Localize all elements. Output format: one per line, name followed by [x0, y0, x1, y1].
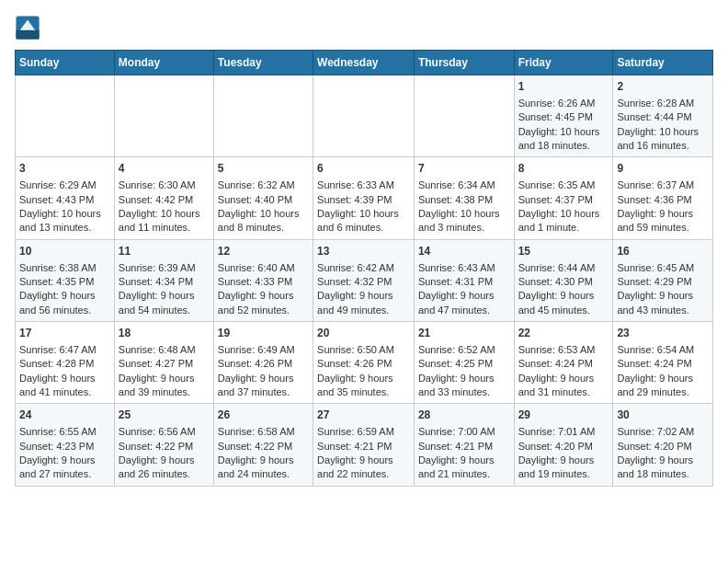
day-number: 18: [119, 326, 210, 341]
day-number: 26: [218, 408, 309, 423]
day-info: Sunrise: 6:44 AM: [518, 261, 609, 275]
day-number: 25: [119, 408, 210, 423]
day-number: 12: [218, 244, 309, 259]
day-info: Sunset: 4:27 PM: [119, 357, 210, 371]
day-number: 22: [518, 326, 609, 341]
day-info: Daylight: 9 hours and 26 minutes.: [119, 454, 210, 482]
calendar-cell: 21Sunrise: 6:52 AMSunset: 4:25 PMDayligh…: [414, 322, 514, 404]
day-number: 27: [317, 408, 410, 423]
calendar-cell: 5Sunrise: 6:32 AMSunset: 4:40 PMDaylight…: [213, 157, 313, 239]
day-number: 11: [119, 244, 210, 259]
logo: [15, 15, 44, 40]
day-info: Daylight: 9 hours and 59 minutes.: [617, 207, 709, 236]
calendar-cell: 18Sunrise: 6:48 AMSunset: 4:27 PMDayligh…: [114, 322, 213, 404]
day-info: Daylight: 9 hours and 33 minutes.: [418, 372, 510, 400]
day-header-friday: Friday: [514, 51, 613, 75]
day-number: 23: [617, 326, 709, 341]
calendar-cell: [213, 75, 313, 157]
day-info: Sunrise: 6:29 AM: [19, 178, 110, 192]
day-number: 30: [617, 408, 709, 423]
day-number: 7: [418, 161, 510, 177]
calendar-table: SundayMondayTuesdayWednesdayThursdayFrid…: [15, 50, 713, 487]
day-info: Sunset: 4:26 PM: [317, 357, 410, 371]
day-info: Sunset: 4:29 PM: [617, 275, 709, 289]
day-info: Sunrise: 7:01 AM: [518, 425, 609, 439]
day-info: Sunrise: 6:53 AM: [518, 343, 609, 357]
day-info: Daylight: 9 hours and 37 minutes.: [218, 372, 309, 400]
day-info: Sunrise: 6:37 AM: [617, 178, 709, 192]
calendar-cell: 26Sunrise: 6:58 AMSunset: 4:22 PMDayligh…: [213, 404, 313, 486]
day-info: Sunrise: 6:49 AM: [218, 343, 309, 357]
day-info: Sunrise: 6:33 AM: [317, 178, 410, 192]
day-info: Sunrise: 6:52 AM: [418, 343, 510, 357]
day-number: 3: [19, 161, 110, 177]
calendar-cell: 13Sunrise: 6:42 AMSunset: 4:32 PMDayligh…: [313, 239, 415, 321]
day-info: Daylight: 9 hours and 18 minutes.: [617, 454, 709, 482]
calendar-cell: 15Sunrise: 6:44 AMSunset: 4:30 PMDayligh…: [514, 239, 613, 321]
day-info: Daylight: 10 hours and 16 minutes.: [617, 125, 709, 154]
day-info: Sunrise: 6:28 AM: [617, 97, 709, 110]
day-info: Daylight: 9 hours and 39 minutes.: [119, 372, 210, 400]
calendar-cell: 1Sunrise: 6:26 AMSunset: 4:45 PMDaylight…: [514, 75, 613, 157]
day-info: Sunrise: 6:43 AM: [418, 261, 510, 275]
calendar-cell: 12Sunrise: 6:40 AMSunset: 4:33 PMDayligh…: [213, 239, 313, 321]
day-info: Sunset: 4:36 PM: [617, 193, 709, 207]
day-info: Daylight: 9 hours and 27 minutes.: [19, 454, 110, 482]
day-info: Sunset: 4:45 PM: [518, 110, 609, 124]
day-info: Sunset: 4:24 PM: [617, 357, 709, 371]
day-info: Sunset: 4:43 PM: [19, 193, 110, 207]
day-info: Sunrise: 6:30 AM: [119, 178, 210, 192]
day-number: 8: [518, 161, 609, 177]
day-info: Sunrise: 6:47 AM: [19, 343, 110, 357]
day-info: Daylight: 10 hours and 13 minutes.: [19, 207, 110, 236]
day-info: Sunset: 4:24 PM: [518, 357, 609, 371]
day-header-wednesday: Wednesday: [313, 51, 415, 75]
day-info: Daylight: 10 hours and 1 minute.: [518, 207, 609, 236]
calendar-cell: 28Sunrise: 7:00 AMSunset: 4:21 PMDayligh…: [414, 404, 514, 486]
day-number: 19: [218, 326, 309, 341]
calendar-week-3: 10Sunrise: 6:38 AMSunset: 4:35 PMDayligh…: [16, 239, 713, 321]
calendar-cell: 7Sunrise: 6:34 AMSunset: 4:38 PMDaylight…: [414, 157, 514, 239]
day-number: 2: [617, 79, 709, 95]
day-info: Sunset: 4:20 PM: [518, 440, 609, 454]
day-number: 28: [418, 408, 510, 423]
day-info: Sunset: 4:34 PM: [119, 275, 210, 289]
calendar-week-4: 17Sunrise: 6:47 AMSunset: 4:28 PMDayligh…: [16, 322, 713, 404]
calendar-week-5: 24Sunrise: 6:55 AMSunset: 4:23 PMDayligh…: [16, 404, 713, 486]
day-info: Sunset: 4:33 PM: [218, 275, 309, 289]
day-info: Daylight: 10 hours and 11 minutes.: [119, 207, 210, 236]
calendar-cell: 27Sunrise: 6:59 AMSunset: 4:21 PMDayligh…: [313, 404, 415, 486]
day-info: Sunrise: 6:59 AM: [317, 425, 410, 439]
day-number: 5: [218, 161, 309, 177]
day-number: 1: [518, 79, 609, 95]
day-number: 13: [317, 244, 410, 259]
calendar-cell: 25Sunrise: 6:56 AMSunset: 4:22 PMDayligh…: [114, 404, 213, 486]
day-info: Sunrise: 6:26 AM: [518, 97, 609, 110]
day-info: Sunset: 4:39 PM: [317, 193, 410, 207]
day-number: 10: [19, 244, 110, 259]
day-info: Daylight: 9 hours and 54 minutes.: [119, 289, 210, 317]
day-number: 9: [617, 161, 709, 177]
day-number: 14: [418, 244, 510, 259]
calendar-cell: 6Sunrise: 6:33 AMSunset: 4:39 PMDaylight…: [313, 157, 415, 239]
day-header-monday: Monday: [114, 51, 213, 75]
calendar-cell: [114, 75, 213, 157]
day-info: Sunset: 4:22 PM: [218, 440, 309, 454]
day-info: Sunset: 4:23 PM: [19, 440, 110, 454]
day-info: Sunset: 4:42 PM: [119, 193, 210, 207]
calendar-cell: 19Sunrise: 6:49 AMSunset: 4:26 PMDayligh…: [213, 322, 313, 404]
day-info: Daylight: 9 hours and 31 minutes.: [518, 372, 609, 400]
calendar-cell: 23Sunrise: 6:54 AMSunset: 4:24 PMDayligh…: [613, 322, 713, 404]
day-info: Sunset: 4:22 PM: [119, 440, 210, 454]
day-info: Sunset: 4:25 PM: [418, 357, 510, 371]
day-number: 6: [317, 161, 410, 177]
day-info: Sunset: 4:32 PM: [317, 275, 410, 289]
svg-rect-2: [16, 30, 39, 40]
day-info: Daylight: 9 hours and 56 minutes.: [19, 289, 110, 317]
day-info: Sunrise: 6:54 AM: [617, 343, 709, 357]
day-info: Sunset: 4:30 PM: [518, 275, 609, 289]
day-info: Daylight: 9 hours and 24 minutes.: [218, 454, 309, 482]
day-info: Sunset: 4:26 PM: [218, 357, 309, 371]
day-info: Daylight: 9 hours and 47 minutes.: [418, 289, 510, 317]
calendar-cell: 29Sunrise: 7:01 AMSunset: 4:20 PMDayligh…: [514, 404, 613, 486]
